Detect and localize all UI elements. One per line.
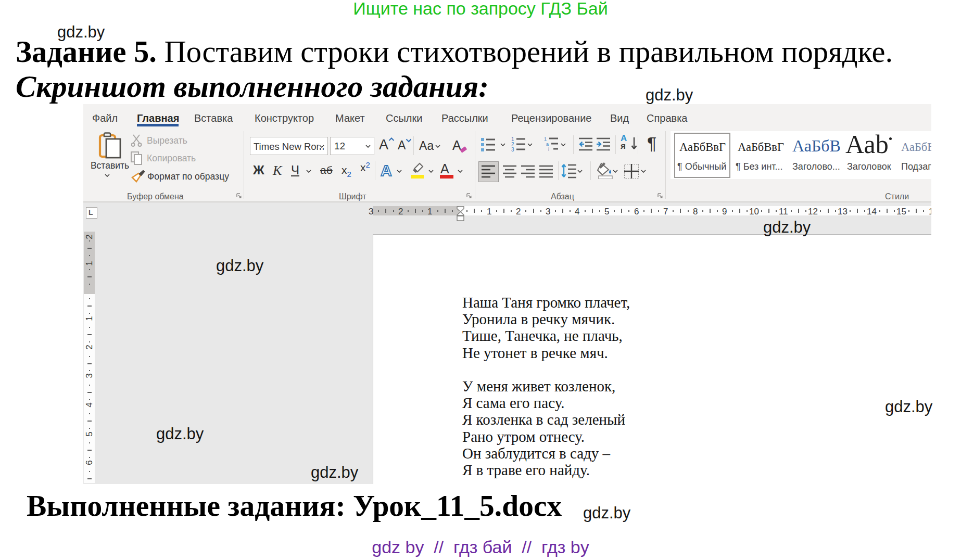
svg-text:1: 1	[544, 136, 547, 142]
svg-text:i: i	[548, 147, 549, 152]
svg-text:3: 3	[511, 147, 514, 152]
svg-text:a: a	[546, 142, 549, 147]
svg-text:А: А	[381, 162, 392, 179]
